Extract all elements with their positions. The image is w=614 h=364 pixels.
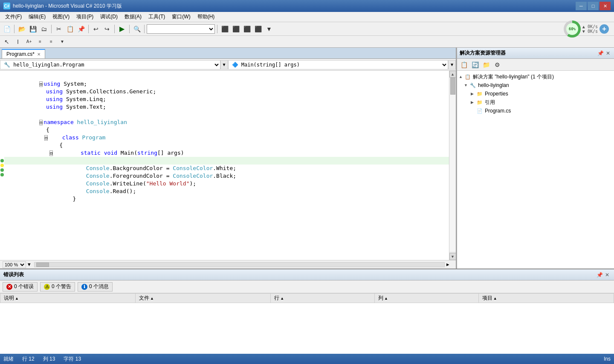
paste-button[interactable]: 📌 xyxy=(76,24,86,34)
scroll-h-right[interactable]: ▶ xyxy=(446,262,453,267)
uncomment-button[interactable]: ≡ xyxy=(46,37,56,47)
solution-tb-3[interactable]: 📁 xyxy=(481,60,491,70)
col-file[interactable]: 文件▲ xyxy=(136,294,271,303)
member-dropdown-btn[interactable]: ▼ xyxy=(448,60,456,69)
menu-bar: 文件(F) 编辑(E) 视图(V) 项目(P) 调试(D) 数据(A) 工具(T… xyxy=(0,12,614,22)
menu-data[interactable]: 数据(A) xyxy=(121,12,145,22)
col-col[interactable]: 列▲ xyxy=(375,294,479,303)
code-editor[interactable]: ⊟using System; using System.Collections.… xyxy=(0,71,456,260)
run-button[interactable]: ▶ xyxy=(117,24,127,34)
status-char: 字符 13 xyxy=(64,355,81,363)
minimize-button[interactable]: ─ xyxy=(576,2,587,10)
error-pin-button[interactable]: 📌 xyxy=(596,272,603,278)
scroll-down-button[interactable]: ▼ xyxy=(449,253,456,260)
configuration-dropdown[interactable] xyxy=(147,24,215,34)
code-content[interactable]: ⊟using System; using System.Collections.… xyxy=(4,71,449,260)
solution-toolbar: 📋 🔄 📁 ⚙ xyxy=(457,59,614,71)
error-icon: ✕ xyxy=(6,284,12,290)
perf-rates: ▲ 0K/s ▼ 0K/s xyxy=(582,24,598,34)
tree-icon-program: 📄 xyxy=(476,107,483,114)
solution-tb-2[interactable]: 🔄 xyxy=(470,60,480,70)
copy-button[interactable]: 📋 xyxy=(65,24,75,34)
error-count-button[interactable]: ✕ 0 个错误 xyxy=(3,282,38,292)
save-button[interactable]: 💾 xyxy=(28,24,38,34)
tree-item-properties[interactable]: ▶ 📁 Properties xyxy=(457,90,614,98)
zoom-down-arrow[interactable]: ▼ xyxy=(28,262,31,267)
code-line-3: using System.Linq; xyxy=(4,88,449,95)
menu-window[interactable]: 窗口(W) xyxy=(168,12,194,22)
menu-debug[interactable]: 调试(D) xyxy=(97,12,121,22)
tree-label-references: 引用 xyxy=(485,99,495,106)
code-line-8: ⊟ class Program xyxy=(4,126,449,134)
find-button[interactable]: 🔍 xyxy=(132,24,142,34)
indent-button[interactable]: A+ xyxy=(24,37,34,47)
tree-label-solution: 解决方案 "hello-liyinglan" (1 个项目) xyxy=(473,73,554,81)
redo-button[interactable]: ↪ xyxy=(102,24,112,34)
pin-button[interactable]: 📌 xyxy=(597,50,604,57)
col-row[interactable]: 行▲ xyxy=(271,294,375,303)
more-button[interactable]: ▼ xyxy=(57,37,67,47)
scroll-thumb[interactable] xyxy=(450,78,455,95)
perf-circle: 60% xyxy=(564,20,581,38)
indicator-yellow xyxy=(0,164,4,167)
perf-add-button[interactable]: + xyxy=(600,24,609,34)
separator3 xyxy=(88,25,89,33)
code-line-2: using System.Collections.Generic; xyxy=(4,80,449,88)
menu-file[interactable]: 文件(F) xyxy=(2,12,25,22)
toolbar-extra4[interactable]: ⬛ xyxy=(253,24,263,34)
col-description[interactable]: 说明▲ xyxy=(0,294,136,303)
cut-button[interactable]: ✂ xyxy=(54,24,64,34)
tree-icon-properties: 📁 xyxy=(476,90,483,97)
maximize-button[interactable]: □ xyxy=(588,2,599,10)
tree-expand-properties: ▶ xyxy=(471,92,475,96)
error-list-panel: 错误列表 📌 ✕ ✕ 0 个错误 ⚠ 0 个警告 ℹ 0 个消息 说明▲ 文件▲… xyxy=(0,269,614,354)
open-button[interactable]: 📂 xyxy=(17,24,27,34)
message-count-button[interactable]: ℹ 0 个消息 xyxy=(78,282,113,292)
secondary-toolbar: ↖ I A+ ≡ ≡ ▼ xyxy=(0,36,614,48)
comment-button[interactable]: ≡ xyxy=(35,37,45,47)
menu-view[interactable]: 视图(V) xyxy=(49,12,73,22)
class-dropdown[interactable]: 🔧 hello_liyinglan.Program xyxy=(0,60,220,69)
tree-item-references[interactable]: ▶ 📁 引用 xyxy=(457,98,614,107)
class-dropdown-btn[interactable]: ▼ xyxy=(220,60,228,69)
zoom-dropdown[interactable]: 100 % 75 % 50 % 150 % xyxy=(3,261,26,268)
tree-item-program-cs[interactable]: 📄 Program.cs xyxy=(457,107,614,115)
toolbar-extra3[interactable]: ⬛ xyxy=(242,24,252,34)
error-count-label: 0 个错误 xyxy=(14,283,34,290)
toolbar-extra1[interactable]: ⬛ xyxy=(220,24,230,34)
toolbar-extra5[interactable]: ▼ xyxy=(264,24,274,34)
tab-program-cs[interactable]: Program.cs* ✕ xyxy=(2,49,45,58)
warning-count-button[interactable]: ⚠ 0 个警告 xyxy=(40,282,75,292)
menu-project[interactable]: 项目(P) xyxy=(73,12,97,22)
close-button[interactable]: ✕ xyxy=(600,2,611,10)
error-close-button[interactable]: ✕ xyxy=(604,272,611,278)
new-file-button[interactable]: 📄 xyxy=(2,24,12,34)
tree-icon-solution: 📋 xyxy=(464,73,471,80)
save-all-button[interactable]: 🗂 xyxy=(39,24,49,34)
menu-tools[interactable]: 工具(T) xyxy=(145,12,168,22)
status-ins: Ins xyxy=(604,356,611,362)
menu-help[interactable]: 帮助(H) xyxy=(194,12,218,22)
col-project[interactable]: 项目▲ xyxy=(478,294,614,303)
tab-close-button[interactable]: ✕ xyxy=(37,52,41,57)
tree-item-project[interactable]: ▼ 🔧 hello-liyinglan xyxy=(457,81,614,90)
cursor-button[interactable]: I xyxy=(13,37,23,47)
vertical-scrollbar[interactable]: ▲ ▼ xyxy=(449,71,456,260)
toolbar-extra2[interactable]: ⬛ xyxy=(231,24,241,34)
separator6 xyxy=(144,25,145,33)
undo-button[interactable]: ↩ xyxy=(91,24,101,34)
tree-icon-project: 🔧 xyxy=(469,82,476,89)
horizontal-scrollbar-thumb[interactable] xyxy=(36,263,49,267)
solution-panel-controls: 📌 ✕ xyxy=(597,50,611,57)
pointer-button[interactable]: ↖ xyxy=(2,37,12,47)
horizontal-scrollbar-track[interactable] xyxy=(34,262,445,267)
tree-item-solution[interactable]: ▲ 📋 解决方案 "hello-liyinglan" (1 个项目) xyxy=(457,72,614,81)
solution-tb-1[interactable]: 📋 xyxy=(459,60,469,70)
menu-edit[interactable]: 编辑(E) xyxy=(25,12,49,22)
error-list-header: 错误列表 📌 ✕ xyxy=(0,269,614,280)
solution-tb-4[interactable]: ⚙ xyxy=(492,60,502,70)
panel-close-button[interactable]: ✕ xyxy=(605,50,611,57)
member-dropdown[interactable]: 🔷 Main(string[] args) xyxy=(228,60,449,69)
warning-icon: ⚠ xyxy=(44,284,50,290)
scroll-up-button[interactable]: ▲ xyxy=(449,71,456,78)
